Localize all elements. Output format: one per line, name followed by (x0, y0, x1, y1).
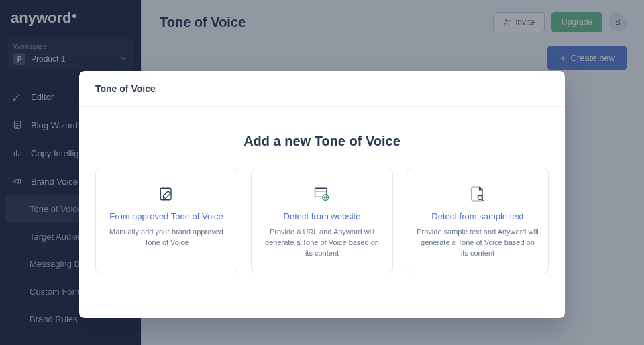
option-from-approved[interactable]: From approved Tone of Voice Manually add… (95, 168, 237, 273)
option-detect-website[interactable]: Detect from website Provide a URL and An… (251, 168, 393, 273)
option-title: Detect from website (284, 211, 361, 221)
modal-body: Add a new Tone of Voice From approved To… (79, 107, 565, 318)
option-title: From approved Tone of Voice (109, 211, 223, 221)
document-search-icon (468, 185, 487, 203)
option-desc: Manually add your brand approved Tone of… (105, 227, 227, 248)
option-detect-sample-text[interactable]: Detect from sample text Provide sample t… (407, 168, 549, 273)
browser-globe-icon (313, 185, 331, 203)
note-pencil-icon (157, 185, 176, 203)
new-tone-modal: Tone of Voice Add a new Tone of Voice Fr… (79, 71, 565, 318)
modal-header: Tone of Voice (79, 71, 565, 107)
option-list: From approved Tone of Voice Manually add… (95, 168, 549, 273)
option-desc: Provide a URL and Anyword will generate … (261, 227, 383, 259)
option-desc: Provide sample text and Anyword will gen… (417, 227, 539, 259)
svg-point-5 (478, 195, 482, 199)
modal-title: Add a new Tone of Voice (95, 134, 549, 149)
option-title: Detect from sample text (431, 211, 523, 221)
